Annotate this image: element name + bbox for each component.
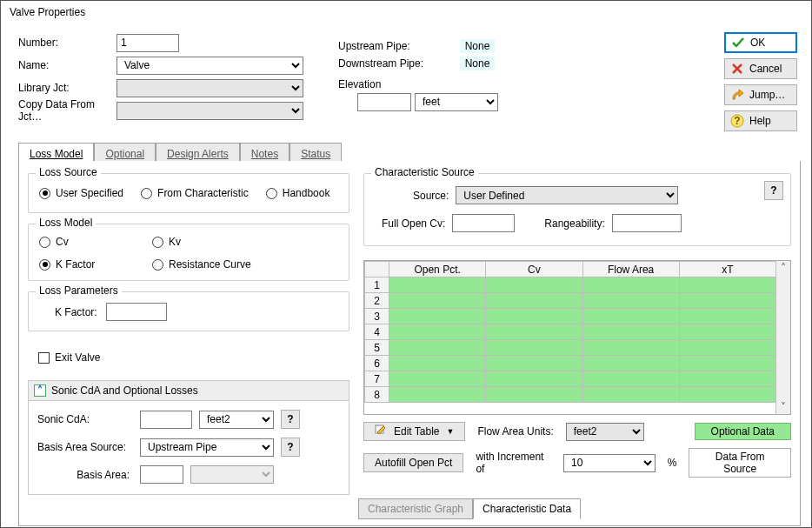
basis-area-input [140, 465, 183, 484]
tab-panel-loss-model: Loss Source User Specified From Characte… [18, 161, 801, 526]
library-label: Library Jct: [18, 82, 116, 94]
subtab-characteristic-graph[interactable]: Characteristic Graph [358, 498, 473, 519]
table-row: 6 [365, 356, 776, 371]
elevation-label: Elevation [338, 78, 381, 90]
radio-kv[interactable]: Kv [152, 233, 309, 251]
col-xt: xT [679, 262, 775, 277]
source-select[interactable]: User Defined [456, 186, 678, 204]
rangeability-input[interactable] [612, 214, 682, 232]
number-input[interactable] [116, 34, 179, 52]
autofill-open-pct-button[interactable]: Autofill Open Pct [363, 453, 463, 472]
basis-area-label: Basis Area: [37, 469, 133, 481]
help-button[interactable]: ? Help [724, 110, 797, 131]
dropdown-arrow-icon: ▼ [446, 427, 454, 436]
table-row: 1 [365, 277, 776, 293]
subtab-characteristic-data[interactable]: Characteristic Data [473, 498, 581, 519]
edit-table-button[interactable]: Edit Table ▼ [363, 422, 465, 441]
ok-button[interactable]: OK [724, 32, 797, 53]
copy-label: Copy Data From Jct… [18, 98, 116, 123]
elevation-unit-select[interactable]: feet [415, 93, 498, 111]
col-flow-area: Flow Area [582, 262, 679, 277]
loss-parameters-group: Loss Parameters K Factor: [28, 291, 349, 331]
flow-area-units-select[interactable]: feet2 [566, 423, 644, 441]
name-select[interactable]: Valve [116, 57, 303, 75]
radio-kfactor[interactable]: K Factor [39, 256, 152, 273]
percent-label: % [668, 457, 677, 469]
table-scrollbar[interactable]: ˄ ˅ [775, 261, 790, 414]
loss-parameters-title: Loss Parameters [36, 284, 122, 297]
fullopen-input[interactable] [452, 214, 515, 232]
characteristic-table-wrap: Open Pct. Cv Flow Area xT 1 2 3 4 5 6 7 … [363, 260, 791, 415]
edit-icon [375, 424, 387, 439]
upper-form: Number: Name: Valve Library Jct: Copy Da… [18, 32, 714, 128]
sonic-body: Sonic CdA: feet2 ? Basis Area Source: Up… [28, 401, 349, 495]
downstream-pipe-value [460, 57, 495, 70]
number-label: Number: [18, 37, 116, 49]
sonic-title: Sonic CdA and Optional Losses [51, 384, 198, 397]
window-title: Valve Properties [1, 1, 811, 23]
col-cv: Cv [486, 262, 582, 277]
characteristic-table[interactable]: Open Pct. Cv Flow Area xT 1 2 3 4 5 6 7 … [364, 261, 776, 403]
table-row: 5 [365, 340, 776, 356]
jump-label: Jump… [749, 89, 785, 101]
elevation-input[interactable] [357, 93, 411, 111]
charsrc-title: Characteristic Source [371, 166, 478, 178]
characteristic-subtabs: Characteristic Graph Characteristic Data [358, 498, 581, 519]
table-row: 7 [365, 371, 776, 387]
radio-resistance[interactable]: Resistance Curve [152, 256, 309, 273]
table-row: 2 [365, 293, 776, 309]
data-from-source-button[interactable]: Data From Source [689, 448, 791, 478]
x-icon [730, 62, 744, 76]
jump-button[interactable]: Jump… [724, 84, 797, 105]
basis-source-help-button[interactable]: ? [281, 438, 300, 457]
help-label: Help [749, 115, 771, 127]
collapse-up-icon: ˄ [34, 384, 46, 397]
check-icon [731, 36, 745, 50]
valve-properties-window: Valve Properties OK Cancel Jump… ? Help [0, 0, 812, 528]
radio-handbook[interactable]: Handbook [266, 184, 330, 202]
increment-select[interactable]: 10 [563, 454, 656, 472]
characteristic-source-group: Characteristic Source ? Source: User Def… [363, 173, 791, 246]
content-area: OK Cancel Jump… ? Help Number: Name: [10, 27, 802, 518]
loss-source-title: Loss Source [36, 166, 101, 178]
library-select[interactable] [116, 79, 303, 97]
optional-data-button[interactable]: Optional Data [695, 423, 791, 440]
basis-source-label: Basis Area Source: [37, 441, 133, 453]
basis-area-unit-select [190, 465, 274, 484]
cancel-label: Cancel [749, 63, 782, 75]
loss-model-title: Loss Model [36, 217, 96, 229]
scroll-up-icon[interactable]: ˄ [777, 261, 790, 275]
scroll-down-icon[interactable]: ˅ [777, 400, 790, 414]
table-controls: Edit Table ▼ Flow Area Units: feet2 Opti… [363, 422, 791, 478]
sonic-cda-unit-select[interactable]: feet2 [199, 411, 274, 429]
radio-cv[interactable]: Cv [39, 233, 152, 251]
upstream-pipe-label: Upstream Pipe: [338, 40, 460, 52]
help-icon: ? [730, 114, 744, 128]
downstream-pipe-label: Downstream Pipe: [338, 57, 460, 70]
table-row: 4 [365, 324, 776, 340]
pipe-block: Upstream Pipe: Downstream Pipe: Elevatio… [338, 37, 564, 110]
col-open-pct: Open Pct. [389, 262, 486, 277]
fullopen-label: Full Open Cv: [382, 217, 445, 230]
radio-from-characteristic[interactable]: From Characteristic [141, 184, 249, 202]
cancel-button[interactable]: Cancel [724, 58, 797, 79]
upstream-pipe-value [460, 39, 495, 53]
flow-area-units-label: Flow Area Units: [477, 425, 553, 438]
sonic-section: ˄ Sonic CdA and Optional Losses Sonic Cd… [28, 380, 349, 495]
sonic-toggle-header[interactable]: ˄ Sonic CdA and Optional Losses [28, 380, 349, 401]
ok-label: OK [750, 37, 765, 49]
loss-source-group: Loss Source User Specified From Characte… [28, 173, 349, 213]
sonic-cda-help-button[interactable]: ? [281, 410, 300, 429]
charsrc-help-button[interactable]: ? [764, 181, 783, 200]
svg-text:?: ? [734, 115, 740, 127]
action-buttons: OK Cancel Jump… ? Help [724, 32, 797, 131]
sonic-cda-input[interactable] [140, 411, 192, 429]
increment-label: with Increment of [476, 451, 551, 475]
radio-user-specified[interactable]: User Specified [39, 184, 123, 202]
basis-source-select[interactable]: Upstream Pipe [140, 438, 274, 457]
exit-valve-checkbox[interactable]: Exit Valve [38, 349, 100, 366]
kfactor-input[interactable] [106, 303, 167, 321]
jump-icon [730, 88, 744, 102]
copy-select[interactable] [116, 102, 303, 120]
loss-model-group: Loss Model Cv Kv K Factor Resistance Cur… [28, 224, 349, 281]
